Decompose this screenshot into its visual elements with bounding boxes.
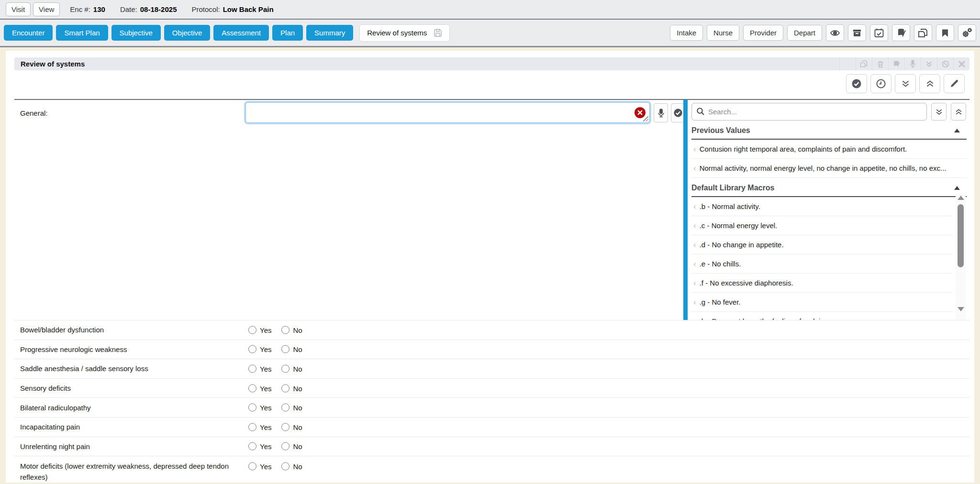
copy-icon[interactable] bbox=[914, 24, 932, 41]
intake-button[interactable]: Intake bbox=[670, 25, 703, 41]
tab-plan[interactable]: Plan bbox=[272, 25, 303, 41]
macro-item[interactable]: ‹ .g - No fever. bbox=[691, 293, 952, 312]
insert-chevron-icon: ‹ bbox=[693, 240, 696, 250]
depart-button[interactable]: Depart bbox=[787, 25, 822, 41]
previous-value-item[interactable]: ‹ Normal activity, normal energy level, … bbox=[691, 159, 967, 178]
expand-all-icon[interactable] bbox=[895, 74, 916, 93]
trash-icon[interactable] bbox=[872, 57, 888, 70]
previous-value-item[interactable]: ‹ Contusion right temporal area, complai… bbox=[691, 140, 967, 159]
save-icon bbox=[434, 29, 442, 37]
gears-icon[interactable] bbox=[958, 24, 976, 41]
radio-yes[interactable]: Yes bbox=[248, 345, 271, 353]
radio-yes[interactable]: Yes bbox=[248, 442, 271, 451]
tab-assessment[interactable]: Assessment bbox=[213, 25, 269, 41]
mic-icon[interactable] bbox=[904, 57, 921, 70]
question-label: Progressive neurologic weakness bbox=[20, 344, 235, 355]
content-panel: Review of systems ? bbox=[6, 51, 974, 483]
tab-objective[interactable]: Objective bbox=[164, 25, 211, 41]
radio-yes[interactable]: Yes bbox=[248, 326, 271, 334]
question-label: Bilateral radiculopathy bbox=[20, 402, 235, 413]
previous-values-title: Previous Values bbox=[691, 126, 750, 135]
macro-item[interactable]: ‹ .h - Does not have the feeling of mala… bbox=[691, 312, 952, 320]
previous-value-text: Contusion right temporal area, complaint… bbox=[700, 145, 907, 153]
question-label: Motor deficits (lower extremity weakness… bbox=[20, 461, 235, 483]
question-label: Sensory deficits bbox=[20, 383, 235, 394]
archive-icon[interactable] bbox=[848, 24, 866, 41]
general-input-wrap bbox=[245, 102, 650, 123]
question-label: Bowel/bladder dysfunction bbox=[20, 324, 235, 335]
search-wrap bbox=[691, 103, 927, 121]
macro-item[interactable]: ‹ .f - No excessive diaphoresis. bbox=[691, 274, 952, 293]
scroll-up-icon[interactable] bbox=[958, 196, 964, 200]
tab-encounter[interactable]: Encounter bbox=[4, 25, 53, 41]
insert-chevron-icon: ‹ bbox=[693, 278, 696, 288]
scroll-down-icon[interactable] bbox=[958, 307, 964, 311]
scroll-thumb[interactable] bbox=[958, 204, 964, 267]
journal-icon[interactable] bbox=[892, 24, 910, 41]
resize-grip[interactable] bbox=[643, 116, 648, 121]
macro-text: .g - No fever. bbox=[700, 298, 741, 306]
edit-pencil-icon[interactable] bbox=[944, 74, 965, 93]
collapse-section-icon[interactable] bbox=[921, 57, 937, 70]
insert-chevron-icon: ‹ bbox=[693, 202, 696, 211]
tab-bar: Encounter Smart Plan Subjective Objectiv… bbox=[0, 20, 980, 47]
macro-item[interactable]: ‹ .d - No change in appetite. bbox=[691, 235, 952, 254]
tab-review-of-systems-active[interactable]: Review of systems bbox=[359, 24, 450, 42]
radio-no[interactable]: No bbox=[281, 423, 302, 431]
collapse-triangle-icon[interactable] bbox=[954, 186, 960, 190]
tab-summary[interactable]: Summary bbox=[306, 25, 353, 41]
radio-yes[interactable]: Yes bbox=[248, 384, 271, 392]
encounter-date: Date: 08-18-2025 bbox=[120, 5, 177, 13]
radio-no[interactable]: No bbox=[281, 404, 302, 412]
radio-no[interactable]: No bbox=[281, 345, 302, 353]
dictate-mic-icon[interactable] bbox=[654, 103, 668, 122]
radio-yes[interactable]: Yes bbox=[248, 462, 271, 471]
search-input[interactable] bbox=[691, 103, 927, 121]
date-value: 08-18-2025 bbox=[140, 5, 177, 13]
visit-button[interactable]: Visit bbox=[6, 2, 31, 16]
radio-no[interactable]: No bbox=[281, 364, 302, 373]
radio-no[interactable]: No bbox=[281, 462, 302, 471]
panel-expand-all-icon[interactable] bbox=[931, 103, 947, 121]
tab-group: Encounter Smart Plan Subjective Objectiv… bbox=[4, 24, 450, 42]
radio-yes[interactable]: Yes bbox=[248, 404, 271, 412]
bookmark-icon[interactable] bbox=[936, 24, 954, 41]
check-circle-icon[interactable] bbox=[846, 74, 867, 93]
general-input[interactable] bbox=[245, 102, 650, 123]
radio-no[interactable]: No bbox=[281, 384, 302, 392]
history-clock-icon[interactable] bbox=[870, 74, 891, 93]
block-icon[interactable] bbox=[937, 57, 953, 70]
macro-scrollbar[interactable] bbox=[956, 194, 966, 320]
radio-no[interactable]: No bbox=[281, 326, 302, 334]
suggestions-toprow bbox=[691, 100, 967, 121]
tab-subjective[interactable]: Subjective bbox=[111, 25, 161, 41]
macro-item[interactable]: ‹ .c - Normal energy level. bbox=[691, 216, 952, 235]
macro-text: .d - No change in appetite. bbox=[700, 241, 784, 249]
close-icon[interactable] bbox=[953, 57, 969, 70]
provider-button[interactable]: Provider bbox=[743, 25, 783, 41]
help-icon[interactable]: ? bbox=[839, 57, 856, 70]
macro-item[interactable]: ‹ .b - Normal activity. bbox=[691, 197, 952, 216]
copy-note-icon[interactable] bbox=[856, 57, 872, 70]
nurse-button[interactable]: Nurse bbox=[707, 25, 739, 41]
radio-yes[interactable]: Yes bbox=[248, 364, 271, 373]
insert-chevron-icon: ‹ bbox=[693, 164, 696, 173]
eye-icon[interactable] bbox=[826, 24, 844, 41]
panel-collapse-all-icon[interactable] bbox=[951, 103, 966, 121]
question-label: Unrelenting night pain bbox=[20, 441, 235, 452]
library-icon[interactable] bbox=[888, 57, 904, 70]
section-header-icons: ? bbox=[839, 57, 969, 70]
collapse-all-icon[interactable] bbox=[919, 74, 940, 93]
view-button[interactable]: View bbox=[33, 2, 60, 16]
tab-smart-plan[interactable]: Smart Plan bbox=[56, 25, 108, 41]
previous-values-header[interactable]: Previous Values bbox=[691, 126, 967, 140]
macros-header[interactable]: Default Library Macros bbox=[691, 184, 967, 197]
insert-chevron-icon: ‹ bbox=[693, 259, 696, 269]
macro-item[interactable]: ‹ .e - No chills. bbox=[691, 254, 952, 274]
radio-no[interactable]: No bbox=[281, 442, 302, 451]
collapse-triangle-icon[interactable] bbox=[954, 129, 960, 132]
radio-yes[interactable]: Yes bbox=[248, 423, 271, 431]
previous-value-text: Normal activity, normal energy level, no… bbox=[700, 164, 947, 172]
question-label: Incapacitating pain bbox=[20, 421, 235, 432]
calendar-check-icon[interactable] bbox=[870, 24, 888, 41]
